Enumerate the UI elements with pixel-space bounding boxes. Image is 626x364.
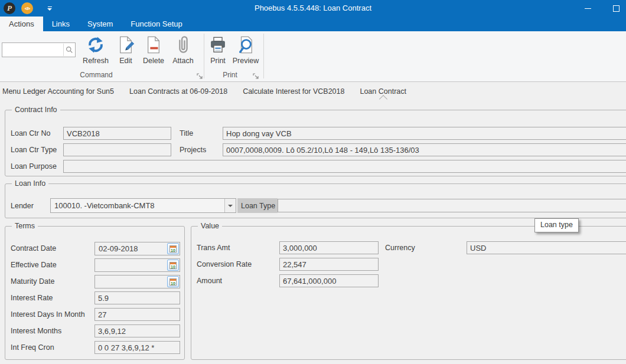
window-title: Phoebus 4.5.5.448: Loan Contract bbox=[0, 0, 626, 17]
loan-purpose-field[interactable] bbox=[63, 160, 626, 173]
effective-date-label: Effective Date bbox=[11, 258, 57, 271]
delete-icon bbox=[145, 35, 162, 55]
breadcrumb: Menu Ledger Accounting for Sun5 Loan Con… bbox=[0, 83, 626, 100]
trans-amt-label: Trans Amt bbox=[197, 241, 230, 254]
edit-button-label: Edit bbox=[119, 57, 132, 65]
window-titlebar: P </> Phoebus 4.5.5.448: Loan Contract bbox=[0, 0, 626, 17]
contract-date-label: Contract Date bbox=[11, 242, 56, 255]
preview-button[interactable]: Preview bbox=[230, 35, 261, 65]
conversion-rate-field[interactable] bbox=[279, 258, 379, 271]
int-freq-cron-label: Int Freq Cron bbox=[11, 341, 54, 354]
interest-days-in-month-field[interactable] bbox=[94, 308, 180, 321]
lender-label: Lender bbox=[11, 199, 34, 212]
loan-ctr-no-field[interactable] bbox=[63, 127, 171, 140]
loan-purpose-label: Loan Purpose bbox=[11, 160, 57, 173]
title-label: Title bbox=[180, 127, 193, 140]
interest-rate-label: Interest Rate bbox=[11, 291, 53, 304]
loan-ctr-no-label: Loan Ctr No bbox=[11, 127, 50, 140]
interest-days-in-month-label: Interest Days In Month bbox=[11, 308, 85, 321]
print-button-label: Print bbox=[210, 57, 226, 65]
print-group-label: Print bbox=[208, 70, 252, 80]
search-input[interactable] bbox=[2, 46, 63, 54]
minimize-button[interactable] bbox=[578, 0, 598, 17]
interest-rate-field[interactable] bbox=[94, 291, 180, 304]
printer-icon bbox=[209, 35, 227, 55]
loan-ctr-type-field[interactable] bbox=[63, 143, 171, 156]
loan-type-label-cell: Loan Type bbox=[237, 198, 278, 213]
calendar-icon: 10 bbox=[169, 278, 177, 286]
preview-button-label: Preview bbox=[233, 57, 259, 65]
attach-button-label: Attach bbox=[172, 57, 193, 65]
terms-legend: Terms bbox=[12, 222, 38, 231]
print-button[interactable]: Print bbox=[207, 35, 229, 65]
lender-combobox[interactable]: 100010. -Vietcombank-CMT8 bbox=[50, 198, 236, 213]
code-app-icon: </> bbox=[21, 2, 33, 14]
maturity-date-field[interactable]: 10 bbox=[94, 275, 180, 288]
ribbon: Refresh Edit Delete bbox=[0, 31, 626, 82]
effective-date-calendar-button[interactable]: 10 bbox=[167, 260, 179, 271]
maturity-date-label: Maturity Date bbox=[11, 275, 54, 288]
loan-type-label: Loan Type bbox=[241, 202, 275, 210]
lender-value: 100010. -Vietcombank-CMT8 bbox=[51, 201, 224, 210]
command-dialog-launcher-icon[interactable] bbox=[197, 71, 203, 78]
attach-button[interactable]: Attach bbox=[169, 35, 197, 65]
delete-button-label: Delete bbox=[143, 57, 164, 65]
tab-function-setup[interactable]: Function Setup bbox=[122, 17, 191, 31]
tab-system[interactable]: System bbox=[79, 17, 122, 31]
breadcrumb-item-menu-ledger[interactable]: Menu Ledger Accounting for Sun5 bbox=[2, 87, 114, 96]
minimize-icon bbox=[585, 8, 591, 9]
projects-label: Projects bbox=[180, 143, 206, 156]
refresh-icon bbox=[87, 35, 105, 55]
edit-icon bbox=[118, 35, 134, 55]
loan-type-tooltip-text: Loan type bbox=[540, 221, 573, 229]
int-freq-cron-field[interactable] bbox=[94, 341, 180, 354]
effective-date-field[interactable]: 10 bbox=[94, 258, 180, 272]
tab-actions[interactable]: Actions bbox=[0, 17, 43, 31]
conversion-rate-label: Conversion Rate bbox=[197, 258, 252, 271]
loan-ctr-type-label: Loan Ctr Type bbox=[11, 143, 57, 156]
phoebus-logo-icon: P bbox=[4, 2, 15, 14]
amount-label: Amount bbox=[197, 274, 222, 287]
breadcrumb-item-calculate-interest[interactable]: Calculate Interest for VCB2018 bbox=[243, 87, 344, 96]
ribbon-group-separator bbox=[263, 34, 264, 78]
interest-months-label: Interest Months bbox=[11, 324, 61, 337]
interest-months-field[interactable] bbox=[94, 324, 180, 337]
search-box[interactable] bbox=[2, 42, 76, 57]
contract-date-value: 02-09-2018 bbox=[95, 244, 167, 253]
tab-links[interactable]: Links bbox=[43, 17, 79, 31]
contract-info-legend: Contract Info bbox=[12, 106, 60, 114]
loan-type-field[interactable] bbox=[278, 199, 626, 212]
ribbon-group-separator bbox=[204, 34, 204, 78]
projects-field[interactable] bbox=[223, 143, 626, 156]
currency-field[interactable] bbox=[467, 241, 626, 254]
calendar-icon: 10 bbox=[169, 245, 177, 252]
loan-info-legend: Loan Info bbox=[12, 179, 48, 188]
refresh-button-label: Refresh bbox=[83, 57, 109, 65]
command-group-label: Command bbox=[58, 70, 135, 80]
trans-amt-field[interactable] bbox=[279, 241, 379, 254]
maximize-button[interactable] bbox=[606, 0, 626, 17]
contract-date-calendar-button[interactable]: 10 bbox=[167, 243, 179, 254]
lender-dropdown-button[interactable] bbox=[224, 199, 236, 212]
maximize-icon bbox=[613, 5, 620, 12]
value-legend: Value bbox=[198, 222, 222, 231]
search-icon[interactable] bbox=[63, 44, 75, 56]
currency-label: Currency bbox=[385, 241, 415, 254]
delete-button[interactable]: Delete bbox=[140, 35, 167, 65]
breadcrumb-item-loan-contract-active[interactable]: Loan Contract bbox=[360, 87, 406, 96]
title-field[interactable] bbox=[223, 127, 626, 140]
print-dialog-launcher-icon[interactable] bbox=[253, 71, 259, 78]
breadcrumb-item-loan-contracts[interactable]: Loan Contracts at 06-09-2018 bbox=[129, 87, 227, 96]
chevron-down-icon bbox=[228, 205, 233, 207]
maturity-date-calendar-button[interactable]: 10 bbox=[167, 276, 179, 287]
edit-button[interactable]: Edit bbox=[115, 35, 137, 65]
print-preview-icon bbox=[237, 35, 254, 55]
calendar-icon: 10 bbox=[169, 262, 177, 269]
ribbon-tab-bar: Actions Links System Function Setup bbox=[0, 17, 626, 31]
paperclip-icon bbox=[177, 35, 190, 55]
contract-date-field[interactable]: 02-09-2018 10 bbox=[94, 242, 180, 255]
loan-type-tooltip: Loan type bbox=[534, 218, 579, 232]
quick-access-dropdown-icon[interactable] bbox=[47, 6, 52, 11]
refresh-button[interactable]: Refresh bbox=[80, 35, 111, 65]
amount-field[interactable] bbox=[279, 274, 379, 287]
